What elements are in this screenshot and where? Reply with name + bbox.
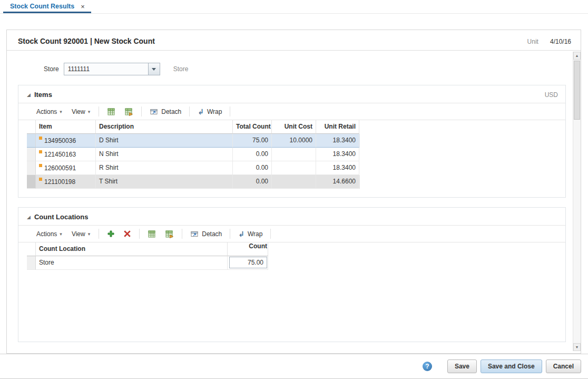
table-row[interactable]: 126000591 R Shirt 0.00 18.3400 <box>27 161 360 175</box>
wrap-icon: ↲ <box>238 230 244 238</box>
items-section-header: ◢ Items USD <box>18 85 565 103</box>
add-icon <box>107 230 115 238</box>
detach-label: Detach <box>202 230 222 238</box>
currency-label: USD <box>545 91 558 99</box>
items-table-header-row: Item Description Total Count Unit Cost U… <box>27 120 360 134</box>
row-selector[interactable] <box>27 175 36 189</box>
unit-retail-cell: 18.3400 <box>316 148 359 161</box>
wrap-button[interactable]: ↲ Wrap <box>194 106 226 117</box>
changed-indicator-icon <box>39 150 42 153</box>
store-input[interactable] <box>64 63 148 75</box>
chevron-down-icon: ▾ <box>88 231 91 237</box>
unit-retail-cell: 14.6600 <box>316 175 359 189</box>
total-count-cell: 0.00 <box>233 161 272 175</box>
header-right: Unit 4/10/16 <box>527 38 572 45</box>
total-count-cell: 0.00 <box>233 148 272 161</box>
stock-count-content-panel: Stock Count 920001 | New Stock Count Uni… <box>6 30 581 354</box>
tab-bar: Stock Count Results × <box>0 0 588 14</box>
row-selector[interactable] <box>27 134 36 148</box>
collapse-count-locations-icon[interactable]: ◢ <box>27 215 31 220</box>
column-header-total-count[interactable]: Total Count <box>233 120 272 134</box>
cancel-button[interactable]: Cancel <box>546 359 581 373</box>
description-cell: N Shirt <box>96 148 233 161</box>
unit-label: Unit <box>527 38 538 45</box>
detach-button[interactable]: Detach <box>187 228 226 240</box>
row-selector[interactable] <box>27 148 36 161</box>
collapse-items-icon[interactable]: ◢ <box>27 92 31 98</box>
help-icon[interactable]: ? <box>423 362 432 371</box>
items-actions-menu[interactable]: Actions ▾ <box>32 106 66 118</box>
scroll-up-icon[interactable]: ▲ <box>573 52 581 60</box>
table-row[interactable]: 134950036 D Shirt 75.00 10.0000 18.3400 <box>27 134 360 148</box>
actions-menu-label: Actions <box>36 230 57 238</box>
item-cell: 134950036 <box>36 134 96 148</box>
row-selector-header <box>27 120 36 134</box>
chevron-down-icon: ▾ <box>60 231 62 237</box>
toolbar-separator <box>99 229 99 239</box>
changed-indicator-icon <box>39 137 42 140</box>
export-to-excel-button[interactable] <box>103 106 120 118</box>
unit-cost-cell <box>272 148 316 161</box>
unit-retail-cell: 18.3400 <box>316 161 359 175</box>
chevron-down-icon: ▾ <box>60 109 62 114</box>
description-cell: R Shirt <box>96 161 233 175</box>
locations-table-header-row: Count Location Count <box>27 242 268 256</box>
scrollbar-thumb[interactable] <box>574 61 580 120</box>
toolbar-separator <box>139 229 140 239</box>
delete-location-button[interactable] <box>120 228 135 239</box>
tab-stock-count-results[interactable]: Stock Count Results × <box>3 0 91 13</box>
column-header-count-location[interactable]: Count Location <box>36 242 228 256</box>
table-row[interactable]: Store 75.00 <box>27 256 268 270</box>
locations-view-menu[interactable]: View ▾ <box>67 228 94 240</box>
toolbar-separator <box>182 229 182 239</box>
wrap-button[interactable]: ↲ Wrap <box>234 229 266 239</box>
column-header-count[interactable]: Count <box>228 242 268 256</box>
save-button[interactable]: Save <box>447 359 477 373</box>
wrap-label: Wrap <box>207 108 222 115</box>
excel-export-arrow-icon <box>165 230 174 238</box>
description-cell: D Shirt <box>96 134 233 148</box>
changed-indicator-icon <box>39 178 42 181</box>
table-row[interactable]: 121450163 N Shirt 0.00 18.3400 <box>27 148 360 161</box>
column-header-item[interactable]: Item <box>36 120 96 134</box>
add-location-button[interactable] <box>103 228 119 239</box>
unit-cost-cell: 10.0000 <box>272 134 316 148</box>
detach-button[interactable]: Detach <box>146 106 185 118</box>
export-selected-button[interactable] <box>161 228 178 240</box>
table-row[interactable]: 121100198 T Shirt 0.00 14.6600 <box>27 175 360 189</box>
locations-actions-menu[interactable]: Actions ▾ <box>32 228 66 240</box>
unit-retail-cell: 18.3400 <box>316 134 359 148</box>
chevron-down-icon: ▾ <box>88 109 91 114</box>
unit-cost-cell <box>272 161 316 175</box>
toolbar-separator <box>230 229 230 239</box>
items-section: ◢ Items USD Actions ▾ View ▾ <box>18 85 566 198</box>
date-label: 4/10/16 <box>550 38 571 45</box>
wrap-label: Wrap <box>248 230 262 238</box>
tab-label: Stock Count Results <box>10 3 74 10</box>
item-cell: 121450163 <box>36 148 96 161</box>
items-toolbar: Actions ▾ View ▾ <box>18 103 565 120</box>
count-cell: 75.00 <box>228 256 268 270</box>
export-selected-button[interactable] <box>121 106 137 118</box>
save-and-close-button[interactable]: Save and Close <box>481 359 542 373</box>
items-view-menu[interactable]: View ▾ <box>67 106 94 118</box>
column-header-description[interactable]: Description <box>96 120 233 134</box>
actions-menu-label: Actions <box>36 108 57 115</box>
store-combo <box>64 63 160 75</box>
detach-icon <box>150 108 158 116</box>
row-selector[interactable] <box>27 256 36 270</box>
excel-export-icon <box>107 108 116 116</box>
changed-indicator-icon <box>39 164 42 167</box>
count-input[interactable]: 75.00 <box>229 257 267 268</box>
row-selector[interactable] <box>27 161 36 175</box>
detach-label: Detach <box>161 108 181 115</box>
store-dropdown-button[interactable] <box>148 63 160 75</box>
vertical-scrollbar[interactable]: ▲ ▼ <box>573 52 581 351</box>
column-header-unit-retail[interactable]: Unit Retail <box>316 120 359 134</box>
scroll-down-icon[interactable]: ▼ <box>573 343 581 351</box>
column-header-unit-cost[interactable]: Unit Cost <box>272 120 316 134</box>
toolbar-separator <box>189 106 190 116</box>
export-to-excel-button[interactable] <box>144 228 160 240</box>
content-header: Stock Count 920001 | New Stock Count Uni… <box>7 30 581 51</box>
close-icon[interactable]: × <box>81 3 85 10</box>
